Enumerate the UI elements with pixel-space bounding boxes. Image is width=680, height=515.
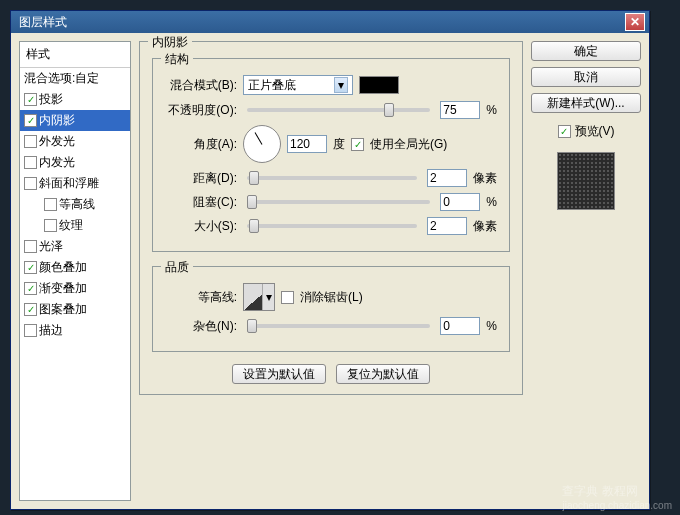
ok-button[interactable]: 确定: [531, 41, 641, 61]
style-item[interactable]: ✓投影: [20, 89, 130, 110]
reset-default-button[interactable]: 复位为默认值: [336, 364, 430, 384]
titlebar[interactable]: 图层样式 ✕: [11, 11, 649, 33]
noise-input[interactable]: 0: [440, 317, 480, 335]
structure-legend: 结构: [161, 51, 193, 68]
noise-label: 杂色(N):: [165, 318, 237, 335]
style-checkbox[interactable]: ✓: [24, 114, 37, 127]
style-item-label: 内发光: [39, 154, 75, 171]
style-item[interactable]: 斜面和浮雕: [20, 173, 130, 194]
style-item-label: 图案叠加: [39, 301, 87, 318]
distance-label: 距离(D):: [165, 170, 237, 187]
size-slider[interactable]: [247, 224, 417, 228]
style-checkbox[interactable]: ✓: [24, 93, 37, 106]
styles-header: 样式: [20, 42, 130, 68]
quality-legend: 品质: [161, 259, 193, 276]
style-item-label: 颜色叠加: [39, 259, 87, 276]
global-light-checkbox[interactable]: ✓: [351, 138, 364, 151]
choke-input[interactable]: 0: [440, 193, 480, 211]
style-item-label: 等高线: [59, 196, 95, 213]
choke-slider[interactable]: [247, 200, 430, 204]
style-item-label: 内阴影: [39, 112, 75, 129]
style-item-label: 渐变叠加: [39, 280, 87, 297]
opacity-slider[interactable]: [247, 108, 430, 112]
style-item-label: 纹理: [59, 217, 83, 234]
distance-input[interactable]: 2: [427, 169, 467, 187]
style-item-label: 外发光: [39, 133, 75, 150]
style-checkbox[interactable]: [24, 135, 37, 148]
inner-shadow-panel: 内阴影 结构 混合模式(B): 正片叠底 ▾ 不透明度(O):: [139, 41, 523, 395]
style-item[interactable]: ✓渐变叠加: [20, 278, 130, 299]
preview-label: 预览(V): [575, 123, 615, 140]
close-button[interactable]: ✕: [625, 13, 645, 31]
choke-unit: %: [486, 195, 497, 209]
blend-mode-label: 混合模式(B):: [165, 77, 237, 94]
style-checkbox[interactable]: [44, 198, 57, 211]
distance-unit: 像素: [473, 170, 497, 187]
style-item[interactable]: ✓图案叠加: [20, 299, 130, 320]
style-checkbox[interactable]: [24, 177, 37, 190]
close-icon: ✕: [626, 15, 644, 29]
style-checkbox[interactable]: ✓: [24, 303, 37, 316]
window-title: 图层样式: [15, 14, 625, 31]
opacity-input[interactable]: 75: [440, 101, 480, 119]
distance-slider[interactable]: [247, 176, 417, 180]
style-checkbox[interactable]: [44, 219, 57, 232]
angle-unit: 度: [333, 136, 345, 153]
style-checkbox[interactable]: ✓: [24, 261, 37, 274]
blend-mode-select[interactable]: 正片叠底 ▾: [243, 75, 353, 95]
style-item-label: 斜面和浮雕: [39, 175, 99, 192]
make-default-button[interactable]: 设置为默认值: [232, 364, 326, 384]
global-light-label: 使用全局光(G): [370, 136, 447, 153]
noise-unit: %: [486, 319, 497, 333]
size-input[interactable]: 2: [427, 217, 467, 235]
quality-group: 品质 等高线: ▾ 消除锯齿(L) 杂色(N): 0 %: [152, 266, 510, 352]
style-item[interactable]: 纹理: [20, 215, 130, 236]
noise-slider[interactable]: [247, 324, 430, 328]
style-item[interactable]: 光泽: [20, 236, 130, 257]
style-checkbox[interactable]: [24, 324, 37, 337]
angle-dial[interactable]: [243, 125, 281, 163]
choke-label: 阻塞(C):: [165, 194, 237, 211]
style-item[interactable]: ✓内阴影: [20, 110, 130, 131]
antialias-label: 消除锯齿(L): [300, 289, 363, 306]
style-checkbox[interactable]: [24, 240, 37, 253]
style-checkbox[interactable]: ✓: [24, 282, 37, 295]
style-item-label: 描边: [39, 322, 63, 339]
style-item[interactable]: ✓颜色叠加: [20, 257, 130, 278]
style-item-label: 光泽: [39, 238, 63, 255]
chevron-down-icon: ▾: [334, 77, 348, 93]
blending-options[interactable]: 混合选项:自定: [20, 68, 130, 89]
preview-checkbox[interactable]: ✓: [558, 125, 571, 138]
size-label: 大小(S):: [165, 218, 237, 235]
opacity-unit: %: [486, 103, 497, 117]
contour-picker[interactable]: ▾: [243, 283, 275, 311]
style-item[interactable]: 描边: [20, 320, 130, 341]
styles-list: 样式 混合选项:自定 ✓投影✓内阴影外发光内发光斜面和浮雕等高线纹理光泽✓颜色叠…: [19, 41, 131, 501]
style-item[interactable]: 内发光: [20, 152, 130, 173]
chevron-down-icon: ▾: [262, 284, 274, 310]
watermark: 查字典 教程网 jiaocheng.chazidian.com: [554, 479, 680, 515]
angle-label: 角度(A):: [165, 136, 237, 153]
style-item[interactable]: 外发光: [20, 131, 130, 152]
cancel-button[interactable]: 取消: [531, 67, 641, 87]
angle-input[interactable]: 120: [287, 135, 327, 153]
contour-label: 等高线:: [165, 289, 237, 306]
structure-group: 结构 混合模式(B): 正片叠底 ▾ 不透明度(O): 75 %: [152, 58, 510, 252]
style-item-label: 投影: [39, 91, 63, 108]
panel-title: 内阴影: [148, 34, 192, 51]
style-item[interactable]: 等高线: [20, 194, 130, 215]
antialias-checkbox[interactable]: [281, 291, 294, 304]
preview-thumbnail: [557, 152, 615, 210]
style-checkbox[interactable]: [24, 156, 37, 169]
layer-style-dialog: 图层样式 ✕ 样式 混合选项:自定 ✓投影✓内阴影外发光内发光斜面和浮雕等高线纹…: [10, 10, 650, 510]
new-style-button[interactable]: 新建样式(W)...: [531, 93, 641, 113]
size-unit: 像素: [473, 218, 497, 235]
shadow-color-swatch[interactable]: [359, 76, 399, 94]
opacity-label: 不透明度(O):: [165, 102, 237, 119]
